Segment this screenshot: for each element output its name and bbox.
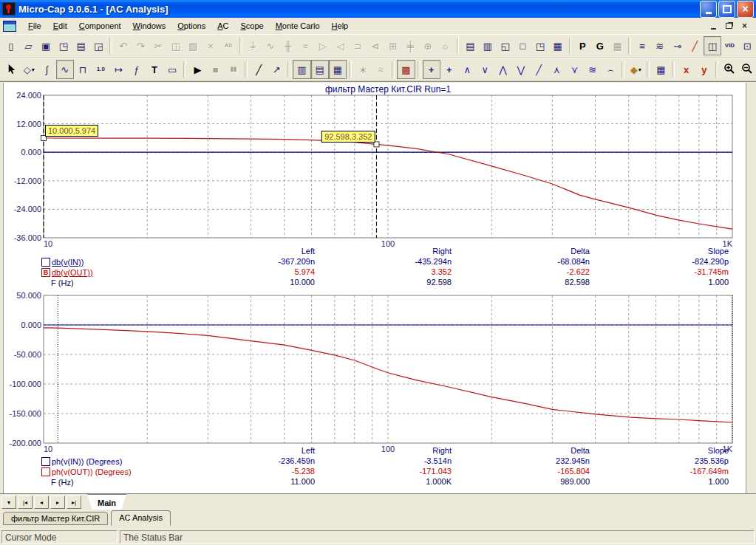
line-mode-button[interactable]: ╱ — [250, 60, 268, 79]
menu-file[interactable]: File — [22, 19, 47, 32]
close-button[interactable]: × — [737, 1, 754, 18]
select-mode-button[interactable] — [2, 60, 20, 79]
waveform-label-row[interactable]: db(v(IN)) — [41, 257, 84, 267]
next-valley-button[interactable]: ∨ — [476, 60, 494, 79]
menu-ac[interactable]: AC — [211, 19, 234, 32]
menu-options[interactable]: Options — [171, 19, 211, 32]
last-page-button[interactable]: ▸| — [67, 496, 81, 509]
top-point-button[interactable]: ⌢ — [602, 60, 619, 79]
mdi-restore-button[interactable] — [722, 20, 736, 32]
wire-mode-button[interactable]: ∫ — [38, 60, 55, 79]
global-low-button[interactable]: ⋎ — [565, 60, 583, 79]
plot-area[interactable]: фильтр Мастер Кит.CIR Run=1 10.000,5.974… — [3, 83, 746, 493]
next-peak-button[interactable]: ∧ — [458, 60, 476, 79]
tab-circuit-file[interactable]: фильтр Мастер Кит.CIR — [3, 512, 108, 525]
tile-windows-button[interactable]: □ — [514, 36, 531, 55]
cursor-readout[interactable]: 92.598,3.352 — [321, 131, 375, 143]
stop-icon: ■ — [213, 65, 219, 75]
minimize-button[interactable] — [700, 1, 717, 18]
run-button[interactable]: ▶ — [188, 60, 206, 79]
node-numbers-button[interactable]: 1.0 — [92, 60, 109, 79]
waveform-label-row[interactable]: ph(v(IN)) (Degrees) — [41, 456, 122, 466]
digital-path-button[interactable]: ⊓ — [74, 60, 92, 79]
cleanup-button[interactable]: ╱ — [686, 36, 704, 55]
go-to-y-button[interactable]: y — [695, 60, 713, 79]
preferences-button[interactable]: P — [573, 36, 591, 55]
prev-page-button[interactable]: ◂ — [34, 496, 49, 509]
measure-mode-button[interactable]: ↗ — [268, 60, 285, 79]
zoom-out-button[interactable] — [738, 60, 756, 79]
waveform-name[interactable]: F (Hz) — [51, 478, 74, 487]
grid-vertical-button[interactable]: ▥ — [293, 60, 310, 79]
new-file-button[interactable]: ▯ — [2, 36, 20, 55]
waveform-color-box[interactable] — [41, 457, 50, 466]
global-high-button[interactable]: ⋏ — [548, 60, 565, 79]
waveform-plots[interactable] — [4, 83, 746, 493]
waveform-name[interactable]: db(v(OUT)) — [52, 268, 93, 277]
numeric-output-button[interactable]: ≡ — [633, 36, 651, 55]
waveform-name[interactable]: ph(v(OUT)) (Degrees) — [52, 467, 132, 476]
tab-main-page[interactable]: Main — [87, 494, 126, 510]
cursor-left-button[interactable]: + — [423, 60, 440, 79]
cascade-windows-button[interactable]: ◱ — [497, 36, 514, 55]
mdi-close-button[interactable]: × — [738, 20, 752, 32]
grid-dots-button[interactable]: ▦ — [329, 60, 347, 79]
split-vertical-button[interactable]: ▥ — [479, 36, 497, 55]
waveform-label-row[interactable]: ph(v(OUT)) (Degrees) — [41, 467, 132, 476]
waveform-name[interactable]: ph(v(IN)) (Degrees) — [52, 457, 122, 466]
go-to-performance-button[interactable]: ◆▾ — [627, 60, 644, 79]
global-settings-button[interactable]: G — [591, 36, 609, 55]
overlap-windows-button[interactable]: ◳ — [531, 36, 549, 55]
text-mode-button[interactable]: T — [146, 60, 163, 79]
split-horizontal-button[interactable]: ▤ — [461, 36, 479, 55]
page-list-button[interactable]: ▾ — [1, 496, 16, 509]
waveform-name[interactable]: db(v(IN)) — [52, 258, 84, 267]
component-mode-button[interactable]: ◇▾ — [20, 60, 38, 79]
waveform-label-row[interactable]: F (Hz) — [41, 278, 74, 287]
restore-button[interactable] — [718, 1, 735, 18]
first-page-button[interactable]: |◂ — [18, 496, 33, 509]
scope-mode-button[interactable]: ∿ — [56, 60, 74, 79]
print-button[interactable]: ▤ — [72, 36, 90, 55]
node-voltages-button[interactable]: ↦ — [109, 60, 127, 79]
properties-button[interactable]: ▭ — [163, 60, 181, 79]
menu-component[interactable]: Component — [73, 19, 127, 32]
probe-button[interactable]: ⊸ — [669, 36, 687, 55]
menu-scope[interactable]: Scope — [234, 19, 269, 32]
waveform-label-row[interactable]: F (Hz) — [41, 477, 74, 487]
next-low-button[interactable]: ⋁ — [512, 60, 530, 79]
tab-ac-analysis[interactable]: AC Analysis — [111, 510, 171, 526]
calculator-button[interactable]: ▦ — [549, 36, 567, 55]
cursor-table-button[interactable]: ▦ — [652, 60, 670, 79]
vid-display-button[interactable]: VID — [721, 36, 739, 55]
menu-windows[interactable]: Windows — [127, 19, 172, 32]
waveform-color-box[interactable] — [41, 258, 50, 267]
analysis-waveforms-button[interactable]: ≋ — [651, 36, 669, 55]
next-page-button[interactable]: ▸ — [50, 496, 65, 509]
cursor-readout[interactable]: 10.000,5.974 — [45, 125, 98, 137]
save-as-button[interactable]: ◳ — [55, 36, 72, 55]
waveform-name[interactable]: F (Hz) — [51, 278, 74, 287]
next-high-button[interactable]: ⋀ — [494, 60, 511, 79]
run-icon: ▶ — [194, 65, 201, 75]
cursor-right-button[interactable]: + — [440, 60, 458, 79]
save-file-button[interactable]: ▣ — [37, 36, 55, 55]
grid-horizontal-button[interactable]: ▤ — [311, 60, 329, 79]
go-to-x-button[interactable]: x — [677, 60, 695, 79]
scope-panel-button[interactable]: ◫ — [704, 36, 721, 55]
formula-text-button[interactable]: ƒ — [128, 60, 146, 79]
open-file-button[interactable]: ▱ — [20, 36, 38, 55]
zoom-in-button[interactable] — [721, 60, 738, 79]
next-inflection-button[interactable]: ╱ — [530, 60, 548, 79]
menu-monte-carlo[interactable]: Monte Carlo — [270, 19, 326, 32]
mdi-minimize-button[interactable] — [706, 20, 721, 32]
menu-help[interactable]: Help — [326, 19, 355, 32]
waveform-label-row[interactable]: Bdb(v(OUT)) — [41, 267, 93, 277]
circuit-window-button[interactable]: ⊡ — [738, 36, 756, 55]
bottom-point-button[interactable]: ≋ — [584, 60, 602, 79]
data-points-button[interactable]: ▩ — [397, 60, 415, 79]
waveform-color-box[interactable] — [41, 467, 50, 476]
menu-edit[interactable]: Edit — [47, 19, 73, 32]
print-preview-button[interactable]: ◲ — [89, 36, 107, 55]
waveform-color-box[interactable]: B — [41, 268, 50, 277]
